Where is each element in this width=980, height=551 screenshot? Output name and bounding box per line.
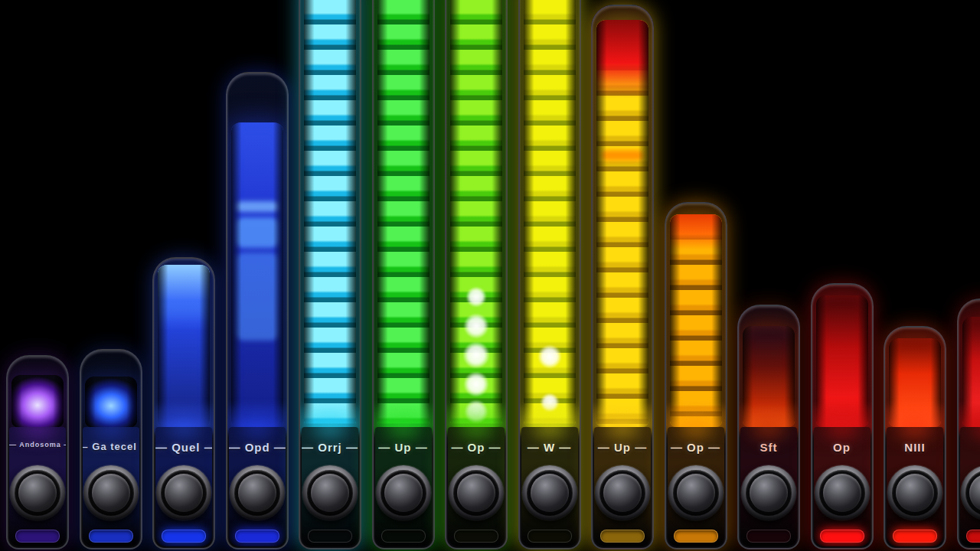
level-strip [893,530,937,543]
knob-ring [15,470,60,516]
level-glow [85,377,137,427]
level-strip [600,530,645,543]
knob-ring [746,470,792,516]
channel-module-8: — W — [518,0,581,551]
knob-cap [531,474,569,512]
channel-module-1: — Andosoma — [6,0,69,551]
channel-knob[interactable] [449,465,504,520]
channel-module-2: – Ga tecel – [80,0,142,551]
meter-tube: — Opd — [226,72,289,549]
knob-ring [234,470,280,516]
level-glow [450,0,502,427]
channel-knob[interactable] [741,465,796,520]
channel-knob[interactable] [668,465,724,520]
channel-module-6: — Up — [372,0,435,551]
level-strip [454,530,498,543]
channel-label: — Op — [668,441,724,454]
channel-footer: — W — [521,427,578,546]
level-glow [231,122,283,427]
channel-module-13: NIII [884,0,946,551]
channel-knob[interactable] [522,465,577,520]
knob-ring [527,470,573,516]
footer-glow [961,427,980,444]
channel-module-4: — Opd — [226,0,289,551]
knob-cap [18,474,57,512]
knob-cap [823,474,861,512]
meter-tube: – Ga tecel – [80,349,142,549]
knob-ring [892,470,938,516]
channel-footer: — Orrj — [302,427,358,546]
level-strip [235,530,279,543]
edge-shade [85,377,137,427]
channel-knob[interactable] [83,465,139,520]
channel-knob[interactable] [10,465,65,520]
channel-knob[interactable] [595,465,650,520]
level-strip [528,530,572,543]
level-strip [674,530,718,543]
channel-label: — Andosoma — [9,441,66,448]
channel-module-11: Sft [737,0,800,551]
meter-tube: — Op — [665,202,727,549]
meter-tube: — Up — [591,5,654,549]
meter-tube: — Orrj — [299,0,361,549]
channel-knob[interactable] [302,465,358,520]
knob-cap [165,474,203,512]
level-strip [15,530,60,543]
channel-label: — Up — [594,441,651,454]
channel-module-7: — Op — [445,0,508,551]
channel-knob[interactable] [156,465,211,520]
meter-tube: — Quel — [152,257,215,549]
channel-footer: — Up — [375,427,432,546]
level-glow [816,295,868,427]
meter-tube [957,298,980,549]
channel-label: NIII [887,441,943,454]
channel-footer: – Ga tecel – [83,427,139,546]
knob-ring [307,470,353,516]
knob-cap [311,474,349,512]
level-glow [962,317,980,427]
channel-footer: — Quel — [155,427,212,546]
channel-knob[interactable] [230,465,285,520]
meter-tube: NIII [884,326,946,549]
level-glow [524,0,576,427]
channel-footer [960,427,980,546]
channel-label: — Orrj — [302,441,358,454]
knob-cap [677,474,715,512]
edge-shade [596,20,648,427]
level-glow [670,214,722,427]
knob-ring [161,470,207,516]
channel-knob[interactable] [961,465,980,520]
meter-tube: — Op — [445,0,508,549]
level-strip [746,530,791,543]
knob-cap [969,474,980,512]
edge-shade [231,122,283,427]
level-glow [304,0,356,427]
channel-footer: — Up — [594,427,651,546]
channel-label: — Up — [375,441,432,454]
level-glow [377,0,430,427]
channel-label: — Opd — [229,441,286,454]
level-glow [743,326,795,427]
meter-tube: — Andosoma — [6,355,69,549]
channel-module-5: — Orrj — [299,0,361,551]
edge-shade [158,265,210,427]
edge-shade [304,0,356,427]
channel-footer: Op [814,427,871,546]
channel-module-14 [957,0,980,551]
channel-footer: — Op — [448,427,505,546]
channel-label: – Ga tecel – [83,441,139,452]
level-glow [889,338,941,427]
level-glow [596,20,648,427]
channel-knob[interactable] [815,465,870,520]
channel-footer: NIII [887,427,943,546]
channel-label: — W — [521,441,578,454]
edge-shade [377,0,430,427]
channel-label: Sft [740,441,797,454]
knob-cap [603,474,642,512]
knob-cap [457,474,495,512]
channel-knob[interactable] [887,465,942,520]
channel-footer: — Op — [668,427,724,546]
edge-shade [11,375,64,427]
channel-knob[interactable] [376,465,431,520]
edge-shade [670,214,722,427]
